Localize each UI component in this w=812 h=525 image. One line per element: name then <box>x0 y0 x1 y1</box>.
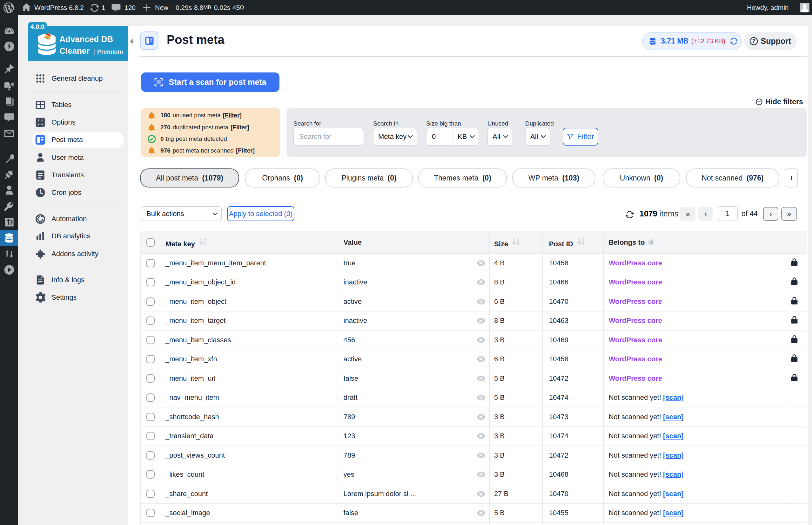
svg-text:9: 9 <box>582 241 584 246</box>
svg-text:9: 9 <box>517 241 519 246</box>
svg-text:1: 1 <box>517 237 519 241</box>
svg-text:?: ? <box>752 38 755 44</box>
svg-text:1: 1 <box>582 237 584 241</box>
svg-text:i: i <box>651 240 652 245</box>
svg-text:A: A <box>204 237 206 241</box>
svg-text:Z: Z <box>204 241 206 246</box>
